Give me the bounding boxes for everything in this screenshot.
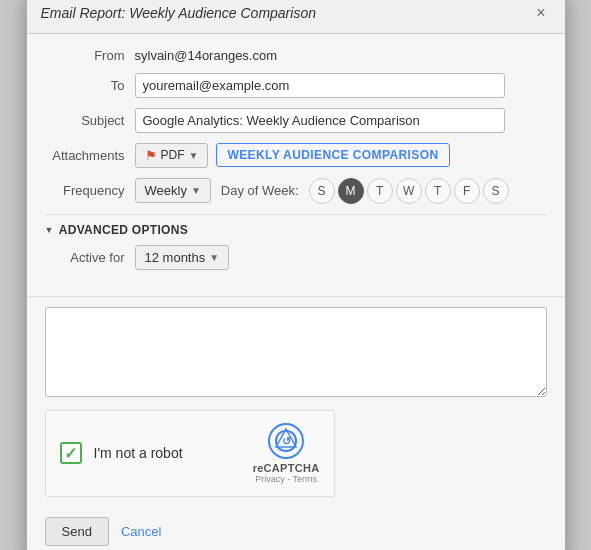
day-button-m[interactable]: M: [338, 178, 364, 204]
to-input[interactable]: [135, 73, 505, 98]
title-report: Weekly Audience Comparison: [129, 5, 316, 21]
active-for-select[interactable]: 12 months ▼: [135, 245, 230, 270]
dialog-body: From sylvain@14oranges.com To Subject At…: [27, 34, 565, 294]
day-button-s1[interactable]: S: [309, 178, 335, 204]
recaptcha-brand: reCAPTCHA: [253, 462, 320, 474]
active-for-dropdown-arrow: ▼: [209, 252, 219, 263]
frequency-select[interactable]: Weekly ▼: [135, 178, 211, 203]
advanced-label: Advanced Options: [59, 223, 188, 237]
captcha-text: I'm not a robot: [94, 445, 183, 461]
day-of-week-label: Day of Week:: [221, 183, 299, 198]
dialog-header: Email Report: Weekly Audience Comparison…: [27, 0, 565, 34]
frequency-value: Weekly: [145, 183, 187, 198]
captcha-check-icon: ✓: [64, 444, 77, 463]
recaptcha-logo-icon: ↺: [268, 423, 304, 459]
day-buttons: S M T W T F S: [309, 178, 509, 204]
pdf-icon: ⚑: [145, 148, 157, 163]
captcha-area: ✓ I'm not a robot ↺ reCAPTCHA Privacy - …: [45, 410, 335, 497]
advanced-section: ▼ Advanced Options Active for 12 months …: [45, 214, 547, 270]
pdf-dropdown-arrow: ▼: [189, 150, 199, 161]
pdf-button[interactable]: ⚑ PDF ▼: [135, 143, 209, 168]
subject-label: Subject: [45, 113, 135, 128]
dialog-footer: Send Cancel: [27, 509, 565, 551]
attachments-row: Attachments ⚑ PDF ▼ WEEKLY AUDIENCE COMP…: [45, 143, 547, 168]
frequency-dropdown-arrow: ▼: [191, 185, 201, 196]
frequency-label: Frequency: [45, 183, 135, 198]
day-button-s2[interactable]: S: [483, 178, 509, 204]
cancel-link[interactable]: Cancel: [121, 524, 161, 539]
from-label: From: [45, 48, 135, 63]
day-button-t2[interactable]: T: [425, 178, 451, 204]
email-report-dialog: Email Report: Weekly Audience Comparison…: [26, 0, 566, 550]
active-for-row: Active for 12 months ▼: [45, 245, 547, 270]
frequency-controls: Weekly ▼ Day of Week: S M T W T F S: [135, 178, 509, 204]
message-textarea[interactable]: [45, 307, 547, 397]
attachment-link-button[interactable]: WEEKLY AUDIENCE COMPARISON: [216, 143, 449, 167]
active-for-value: 12 months: [145, 250, 206, 265]
send-button[interactable]: Send: [45, 517, 109, 546]
subject-input[interactable]: [135, 108, 505, 133]
captcha-checkbox[interactable]: ✓: [60, 442, 82, 464]
svg-text:↺: ↺: [282, 435, 291, 447]
to-row: To: [45, 73, 547, 98]
advanced-header[interactable]: ▼ Advanced Options: [45, 223, 547, 237]
title-prefix: Email Report:: [41, 5, 126, 21]
from-row: From sylvain@14oranges.com: [45, 48, 547, 63]
day-button-f[interactable]: F: [454, 178, 480, 204]
close-button[interactable]: ×: [531, 3, 550, 23]
pdf-label: PDF: [161, 148, 185, 162]
captcha-right: ↺ reCAPTCHA Privacy - Terms: [253, 423, 320, 484]
active-for-label: Active for: [45, 250, 135, 265]
recaptcha-links[interactable]: Privacy - Terms: [253, 474, 320, 484]
day-button-w[interactable]: W: [396, 178, 422, 204]
dialog-title: Email Report: Weekly Audience Comparison: [41, 5, 316, 21]
attachments-label: Attachments: [45, 148, 135, 163]
advanced-triangle-icon: ▼: [45, 225, 54, 235]
day-button-t1[interactable]: T: [367, 178, 393, 204]
frequency-row: Frequency Weekly ▼ Day of Week: S M T W …: [45, 178, 547, 204]
subject-row: Subject: [45, 108, 547, 133]
from-value: sylvain@14oranges.com: [135, 48, 278, 63]
body-separator: [27, 296, 565, 297]
textarea-wrapper: [45, 307, 547, 400]
to-label: To: [45, 78, 135, 93]
attachments-controls: ⚑ PDF ▼ WEEKLY AUDIENCE COMPARISON: [135, 143, 450, 168]
captcha-left: ✓ I'm not a robot: [60, 442, 183, 464]
